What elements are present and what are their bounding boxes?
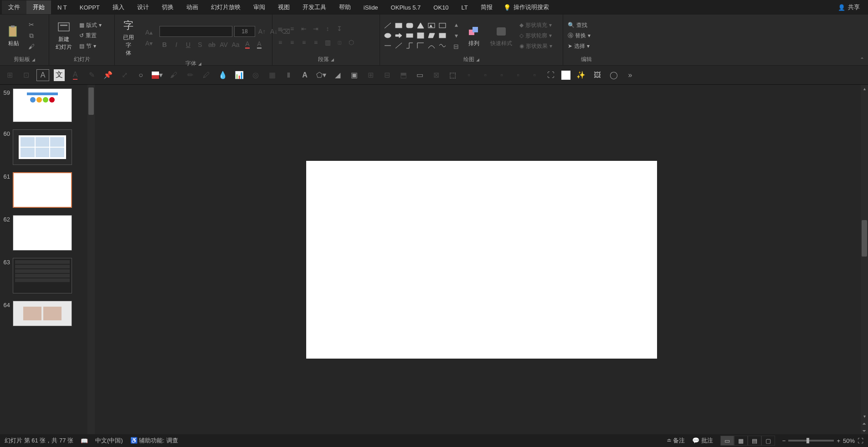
select-button[interactable]: ➤选择▾ — [566, 41, 592, 51]
language-button[interactable]: 中文(中国) — [95, 437, 123, 445]
qb-crop[interactable]: ⛶ — [545, 69, 557, 81]
shape-conn4-icon[interactable] — [416, 41, 426, 50]
qb-chart[interactable]: 📊 — [233, 69, 245, 81]
shape-paral-icon[interactable] — [426, 31, 437, 40]
shapes-more-button[interactable]: ⊟ — [451, 41, 461, 51]
find-button[interactable]: 🔍查找 — [566, 21, 592, 30]
quick-styles-button[interactable]: 快速样式 — [487, 22, 516, 49]
shape-fill-button[interactable]: ◆形状填充▾ — [518, 21, 554, 30]
slide-thumbnails[interactable]: 59 60 61 62 63 64 — [0, 85, 95, 434]
layout-button[interactable]: ▦版式▾ — [77, 21, 103, 30]
scroll-down-icon[interactable]: ▾ — [861, 412, 868, 420]
shapes-more-down[interactable]: ▾ — [451, 31, 461, 41]
shape-rect-icon[interactable] — [394, 21, 404, 30]
tab-brief[interactable]: 简报 — [474, 0, 499, 14]
reset-button[interactable]: ↺重置 — [77, 31, 103, 41]
qb-wordart[interactable]: A — [299, 69, 311, 81]
qb-layers[interactable]: ▣ — [348, 69, 360, 81]
thumb-img-59[interactable] — [13, 88, 72, 122]
tab-file[interactable]: 文件 — [2, 0, 26, 14]
share-button[interactable]: 👤 共享 — [832, 1, 866, 13]
zoom-slider[interactable] — [788, 440, 834, 442]
slide-canvas[interactable] — [306, 161, 657, 359]
tab-slideshow[interactable]: 幻灯片放映 — [205, 0, 247, 14]
view-normal[interactable]: ▭ — [720, 436, 734, 446]
thumb-img-64[interactable] — [13, 301, 72, 326]
scroll-up-icon[interactable]: ▴ — [861, 85, 868, 92]
shape-star-icon[interactable] — [405, 31, 415, 40]
qb-textbox[interactable]: A — [36, 69, 49, 81]
tab-nt[interactable]: N T — [51, 1, 73, 14]
shape-free-icon[interactable] — [437, 41, 447, 50]
tab-view[interactable]: 视图 — [272, 0, 296, 14]
tab-animation[interactable]: 动画 — [180, 0, 205, 14]
fit-window-button[interactable]: ⛶ — [858, 437, 863, 444]
thumb-64[interactable]: 64 — [0, 297, 95, 330]
thumb-62[interactable]: 62 — [0, 211, 95, 254]
section-button[interactable]: ▤节▾ — [77, 41, 103, 51]
tab-transition[interactable]: 切换 — [155, 0, 180, 14]
shape-triangle-icon[interactable] — [416, 21, 426, 30]
shape-curve-icon[interactable] — [426, 41, 437, 50]
zoom-in-button[interactable]: + — [837, 437, 840, 444]
qb-magic[interactable]: ✨ — [575, 69, 587, 81]
next-slide-icon[interactable]: ⏷ — [861, 427, 868, 434]
font-size-input[interactable]: 18 — [234, 26, 255, 37]
tab-home[interactable]: 开始 — [26, 0, 51, 14]
tab-devtools[interactable]: 开发工具 — [296, 0, 333, 14]
shape-oval-icon[interactable] — [383, 31, 393, 40]
a11y-button[interactable]: ♿ 辅助功能: 调查 — [130, 437, 178, 445]
clipboard-launcher[interactable]: ◢ — [32, 57, 35, 62]
qb-more[interactable]: » — [624, 69, 636, 81]
shape-outline-button[interactable]: ◇形状轮廓▾ — [518, 31, 554, 41]
tab-ok10[interactable]: OK10 — [427, 1, 455, 14]
shape-hex-icon[interactable] — [416, 31, 426, 40]
qb-white[interactable] — [561, 71, 570, 80]
shape-conn1-icon[interactable] — [383, 41, 393, 50]
tab-insert[interactable]: 插入 — [106, 0, 131, 14]
thumb-img-63[interactable] — [13, 258, 72, 293]
shapes-gallery[interactable]: A — [383, 21, 447, 50]
shape-textbox2-icon[interactable] — [437, 21, 447, 30]
shape-effects-button[interactable]: ◉形状效果▾ — [518, 41, 554, 51]
qb-image[interactable]: 🖼 — [591, 69, 603, 81]
new-slide-button[interactable]: 新建 幻灯片 — [52, 18, 76, 53]
thumb-img-60[interactable] — [13, 129, 72, 165]
shape-conn3-icon[interactable] — [405, 41, 415, 50]
shape-conn2-icon[interactable] — [394, 41, 404, 50]
tab-koppt[interactable]: KOPPT — [73, 1, 106, 14]
tell-me-search[interactable]: 💡 操作说明搜索 — [499, 1, 554, 13]
thumb-61[interactable]: 61 — [0, 169, 95, 211]
canvas-scrollbar[interactable]: ▴ ▾ ⏶ ⏷ — [861, 85, 868, 434]
zoom-level[interactable]: 50% — [843, 437, 855, 444]
slide-canvas-area[interactable]: ↖ ▴ ▾ ⏶ ⏷ — [95, 85, 868, 434]
shape-rrect-icon[interactable] — [405, 21, 415, 30]
paragraph-launcher[interactable]: ◢ — [331, 57, 334, 62]
format-painter-button[interactable]: 🖌 — [26, 41, 36, 51]
drawing-launcher[interactable]: ◢ — [476, 57, 479, 62]
qb-ring[interactable]: ◯ — [608, 69, 620, 81]
tab-islide[interactable]: iSlide — [357, 1, 385, 14]
tab-design[interactable]: 设计 — [131, 0, 155, 14]
view-slideshow[interactable]: ▢ — [761, 436, 775, 446]
spellcheck-icon[interactable]: 📖 — [81, 437, 88, 444]
arrange-button[interactable]: 排列 — [463, 22, 485, 49]
qb-fill-color[interactable]: ▾ — [151, 69, 163, 81]
notes-button[interactable]: ≐ 备注 — [667, 437, 685, 445]
copy-button[interactable]: ⧉ — [26, 31, 36, 41]
replace-button[interactable]: ⓐ替换▾ — [566, 31, 592, 41]
shape-line-icon[interactable] — [383, 21, 393, 30]
qb-note[interactable]: ▭ — [414, 69, 426, 81]
comments-button[interactable]: 💬 批注 — [692, 437, 713, 445]
prev-slide-icon[interactable]: ⏶ — [861, 420, 868, 427]
paste-button[interactable]: 粘贴 — [3, 22, 25, 49]
font-name-input[interactable] — [159, 26, 232, 37]
thumbs-scrollbar[interactable] — [87, 85, 95, 434]
used-font-button[interactable]: 字 已用字 体 — [118, 16, 139, 59]
qb-columns[interactable]: ⦀ — [282, 69, 294, 81]
qb-shape[interactable]: ⬠▾ — [315, 69, 327, 81]
font-launcher[interactable]: ◢ — [198, 62, 201, 66]
cut-button[interactable]: ✂ — [26, 20, 36, 30]
tab-okplus[interactable]: OKPlus 5.7 — [385, 1, 427, 14]
qb-select-pane[interactable]: ⬚ — [447, 69, 458, 81]
